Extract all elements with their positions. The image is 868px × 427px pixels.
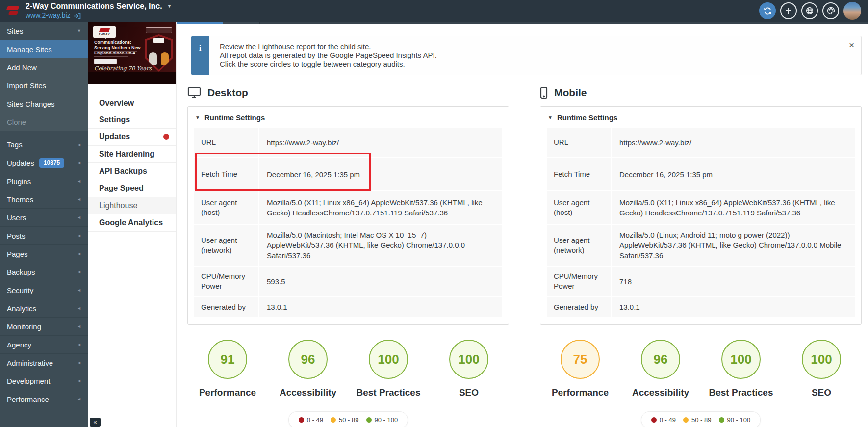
sidebar-section[interactable]: Agency ◄ xyxy=(0,335,88,353)
globe-button[interactable] xyxy=(801,2,818,19)
runtime-row-value: https://www.2-way.biz/ xyxy=(612,128,855,157)
sidebar-section[interactable]: Plugins ◄ xyxy=(0,172,88,190)
runtime-row: URL https://www.2-way.biz/ xyxy=(547,128,855,157)
active-tab-indicator xyxy=(177,22,223,24)
sidebar-section[interactable]: Security ◄ xyxy=(0,281,88,299)
site-name-dropdown[interactable]: 2-Way Communications Service, Inc. ▼ xyxy=(26,1,172,11)
runtime-row: Fetch Time December 16, 2025 1:35 pm xyxy=(547,158,855,190)
chevron-left-icon: ◄ xyxy=(77,324,81,329)
runtime-row: CPU/Memory Power 593.5 xyxy=(194,267,502,296)
score-label: Best Practices xyxy=(357,387,421,398)
runtime-row-label: User agent (network) xyxy=(194,225,259,266)
sidebar-section[interactable]: Administrative ◄ xyxy=(0,353,88,372)
sidebar-section[interactable]: Pages ◄ xyxy=(0,244,88,263)
site-menu-item[interactable]: Page Speed xyxy=(88,180,176,197)
sidebar-subitem[interactable]: Add New xyxy=(0,58,88,77)
legend-dot-icon xyxy=(651,417,657,423)
chevron-down-icon: ▼ xyxy=(167,3,172,10)
site-thumbnail[interactable]: 2-WAY 2-Way Communications: Serving Nort… xyxy=(88,22,176,84)
site-menu-item[interactable]: Lighthouse xyxy=(88,197,176,214)
chevron-left-icon: ◄ xyxy=(77,342,81,347)
add-site-button[interactable] xyxy=(780,2,797,19)
runtime-row: User agent (host) Mozilla/5.0 (X11; Linu… xyxy=(547,191,855,224)
score-circle[interactable]: 91 xyxy=(208,340,247,379)
runtime-row-label: Fetch Time xyxy=(194,158,259,190)
chevron-left-icon: ◄ xyxy=(77,160,81,165)
score-circle[interactable]: 100 xyxy=(721,340,761,379)
score-cell: 100 Best Practices xyxy=(348,340,429,398)
sidebar-section[interactable]: Tags ◄ xyxy=(0,135,88,154)
sidebar-section[interactable]: Monitoring ◄ xyxy=(0,317,88,335)
score-circle[interactable]: 100 xyxy=(802,340,841,379)
score-circle[interactable]: 100 xyxy=(449,340,488,379)
legend-dot-icon xyxy=(366,417,372,423)
legend-dot-icon xyxy=(719,417,724,423)
site-menu-item[interactable]: Overview xyxy=(88,94,176,111)
site-menu-item[interactable]: Google Analytics xyxy=(88,214,176,232)
legend-dot-icon xyxy=(299,417,304,423)
runtime-row-label: Generated by xyxy=(194,297,259,317)
sync-button[interactable] xyxy=(759,2,776,19)
sidebar-collapse-button[interactable]: « xyxy=(90,418,101,427)
runtime-row: Fetch Time December 16, 2025 1:35 pm xyxy=(194,158,502,190)
runtime-row-label: User agent (host) xyxy=(547,191,612,224)
score-cell: 100 SEO xyxy=(429,340,509,398)
runtime-row: User agent (network) Mozilla/5.0 (Macint… xyxy=(194,225,502,266)
runtime-settings-card: ▼ Runtime Settings URL https://www.2-way… xyxy=(187,106,509,325)
sidebar-section-sites[interactable]: Sites ▼ xyxy=(0,22,88,40)
runtime-row: User agent (host) Mozilla/5.0 (X11; Linu… xyxy=(194,191,502,224)
sidebar-section[interactable]: Updates 10875 ◄ xyxy=(0,154,88,172)
sidebar-subitem[interactable]: Clone xyxy=(0,113,88,131)
legend-item: 90 - 100 xyxy=(366,416,398,424)
runtime-row-label: URL xyxy=(194,128,259,157)
site-tab-strip[interactable] xyxy=(177,22,868,24)
sidebar-section[interactable]: Performance ◄ xyxy=(0,390,88,408)
chevron-left-icon: ◄ xyxy=(77,288,81,293)
runtime-row-value: 593.5 xyxy=(259,267,502,296)
user-avatar[interactable] xyxy=(843,2,861,20)
score-circle[interactable]: 96 xyxy=(641,340,680,379)
score-cell: 96 Accessibility xyxy=(268,340,348,398)
runtime-settings-toggle[interactable]: ▼ Runtime Settings xyxy=(194,107,502,128)
mainwp-logo-icon xyxy=(6,5,21,16)
score-circle[interactable]: 96 xyxy=(288,340,328,379)
sidebar-section[interactable]: Themes ◄ xyxy=(0,190,88,208)
site-menu-item[interactable]: Site Hardening xyxy=(88,146,176,163)
runtime-row-value: Mozilla/5.0 (Macintosh; Intel Mac OS X 1… xyxy=(259,225,502,266)
site-menu-item[interactable]: Updates xyxy=(88,129,176,146)
score-circle[interactable]: 75 xyxy=(561,340,600,379)
main-content: i Review the Lighthouse report for the c… xyxy=(177,22,868,427)
mobile-icon xyxy=(540,86,548,99)
site-menu-item[interactable]: API Backups xyxy=(88,163,176,180)
sidebar-subitem[interactable]: Sites Changes xyxy=(0,95,88,113)
banner-line: Review the Lighthouse report for the chi… xyxy=(220,42,437,51)
score-label: SEO xyxy=(459,387,479,398)
site-url-link[interactable]: www.2-way.biz xyxy=(26,11,172,20)
sidebar-section[interactable]: Posts ◄ xyxy=(0,226,88,244)
chevron-down-icon: ▼ xyxy=(77,28,81,33)
legend-item: 0 - 49 xyxy=(299,416,323,424)
legend-dot-icon xyxy=(683,417,689,423)
close-icon[interactable]: × xyxy=(849,40,854,50)
runtime-row-value: 13.0.1 xyxy=(612,297,855,317)
sidebar-section[interactable]: Analytics ◄ xyxy=(0,299,88,317)
site-menu-item[interactable]: Settings xyxy=(88,111,176,129)
sidebar-section[interactable]: Backups ◄ xyxy=(0,263,88,281)
theme-button[interactable] xyxy=(822,2,839,19)
sidebar-section[interactable]: Development ◄ xyxy=(0,372,88,390)
globe-icon xyxy=(806,7,814,15)
chevron-left-icon: ◄ xyxy=(77,233,81,238)
score-label: SEO xyxy=(812,387,831,398)
palette-icon xyxy=(827,7,835,15)
sidebar-subitem[interactable]: Manage Sites xyxy=(0,40,88,58)
sidebar-section[interactable]: Users ◄ xyxy=(0,208,88,226)
score-row: 75 Performance 96 Accessibility 100 xyxy=(540,340,862,398)
score-circle[interactable]: 100 xyxy=(369,340,408,379)
score-label: Accessibility xyxy=(280,387,336,398)
runtime-row-value: Mozilla/5.0 (X11; Linux x86_64) AppleWeb… xyxy=(612,191,855,224)
triangle-down-icon: ▼ xyxy=(195,115,200,120)
score-cell: 75 Performance xyxy=(540,340,620,398)
score-legend: 0 - 49 50 - 89 90 - 100 xyxy=(641,411,761,427)
runtime-settings-toggle[interactable]: ▼ Runtime Settings xyxy=(547,107,855,128)
sidebar-subitem[interactable]: Import Sites xyxy=(0,77,88,95)
